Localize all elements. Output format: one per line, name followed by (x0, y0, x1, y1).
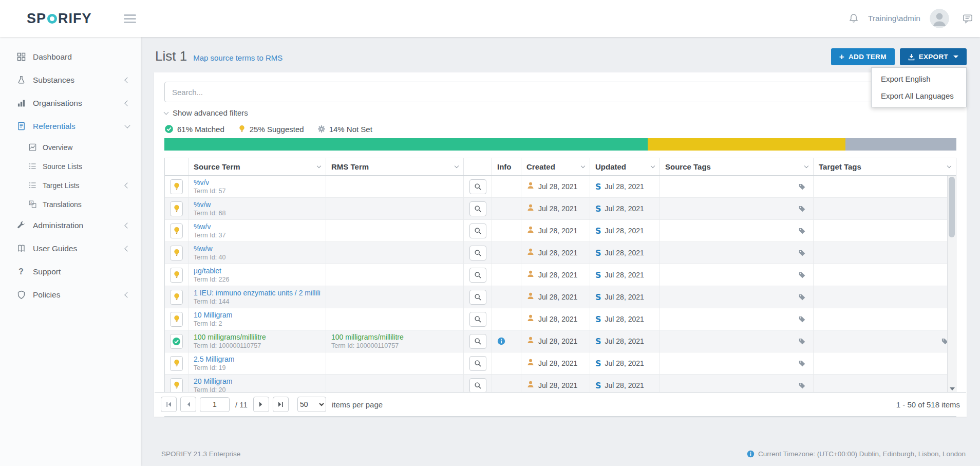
previous-page-button[interactable] (180, 397, 196, 412)
last-page-button[interactable] (273, 397, 289, 412)
export-menu-item-all-languages[interactable]: Export All Languages (872, 87, 966, 104)
source-term-link[interactable]: µg/tablet (194, 267, 221, 275)
header-rms-term[interactable]: RMS Term (326, 158, 464, 175)
row-status-button[interactable] (170, 246, 183, 260)
source-term-link[interactable]: 2.5 Milligram (194, 355, 234, 363)
info-icon[interactable] (497, 337, 505, 345)
avatar[interactable] (930, 9, 949, 28)
header-target-tags[interactable]: Target Tags (814, 158, 956, 175)
sidebar-item-label: Administration (33, 221, 125, 230)
column-menu-icon[interactable] (581, 164, 585, 168)
chevron-down-icon (164, 109, 169, 115)
header-source-tags[interactable]: Source Tags (660, 158, 814, 175)
content-card: Show advanced filters 61% Matched 25% Su… (154, 72, 967, 417)
sidebar-item-substances[interactable]: Substances (0, 68, 141, 91)
column-menu-icon[interactable] (317, 164, 321, 168)
inspect-term-button[interactable] (469, 201, 486, 216)
source-tag-icon[interactable] (798, 293, 806, 301)
column-menu-icon[interactable] (455, 164, 459, 168)
column-menu-icon[interactable] (947, 164, 951, 168)
scrollbar-down-arrow-icon[interactable] (950, 387, 955, 390)
row-status-button[interactable] (170, 378, 183, 393)
source-term-link[interactable]: 20 Milligram (194, 377, 232, 385)
chat-icon[interactable] (963, 13, 973, 24)
source-tag-icon[interactable] (798, 360, 806, 367)
inspect-term-button[interactable] (469, 223, 486, 238)
scrollbar-thumb[interactable] (949, 177, 955, 237)
created-cell: Jul 28, 2021 (521, 330, 590, 352)
sidebar-item-overview[interactable]: Overview (0, 138, 141, 157)
rms-term-link[interactable]: 100 milligrams/millilitre (331, 333, 404, 341)
rms-term-cell (326, 308, 464, 330)
source-term-link[interactable]: %w/v (194, 222, 211, 231)
timezone-info-icon (747, 450, 755, 458)
app-logo[interactable]: SPRIFY (27, 11, 92, 27)
sidebar-item-support[interactable]: ? Support (0, 260, 141, 283)
source-term-link[interactable]: %w/w (194, 245, 213, 253)
inspect-term-button[interactable] (469, 268, 486, 283)
header-source-term[interactable]: Source Term (189, 158, 326, 175)
column-menu-icon[interactable] (804, 164, 808, 168)
first-page-button[interactable] (161, 397, 177, 412)
inspect-term-button[interactable] (469, 179, 486, 194)
sidebar-item-administration[interactable]: Administration (0, 214, 141, 237)
header-updated[interactable]: Updated (590, 158, 660, 175)
source-term-link[interactable]: 100 milligrams/millilitre (194, 333, 266, 341)
row-status-button[interactable] (170, 179, 183, 194)
search-input[interactable] (164, 82, 956, 102)
source-tag-icon[interactable] (798, 338, 806, 345)
row-status-button[interactable] (170, 356, 183, 371)
source-tag-icon[interactable] (798, 227, 806, 235)
advanced-filters-toggle[interactable]: Show advanced filters (164, 108, 248, 117)
header-info[interactable]: Info (492, 158, 521, 175)
source-tag-icon[interactable] (798, 271, 806, 279)
sidebar-item-user-guides[interactable]: User Guides (0, 237, 141, 260)
source-tag-icon[interactable] (798, 205, 806, 213)
row-status-button[interactable] (170, 223, 183, 238)
sidebar-item-policies[interactable]: Policies (0, 283, 141, 306)
sidebar-item-referentials[interactable]: Referentials (0, 115, 141, 138)
table-row: 1 IEU: immuno enzymatic units / 2 millil… (165, 286, 956, 308)
add-term-button[interactable]: + ADD TERM (831, 48, 895, 65)
source-tag-icon[interactable] (798, 249, 806, 257)
sidebar-item-translations[interactable]: A Translations (0, 195, 141, 214)
sidebar-item-source-lists[interactable]: Source Lists (0, 157, 141, 176)
source-term-link[interactable]: 10 Milligram (194, 311, 232, 319)
export-menu-item-english[interactable]: Export English (872, 70, 966, 87)
user-menu[interactable]: Training\admin (868, 14, 920, 23)
source-term-link[interactable]: %v/w (194, 200, 211, 209)
row-status-button[interactable] (170, 268, 183, 283)
inspect-term-button[interactable] (469, 312, 486, 327)
gear-icon (317, 125, 326, 133)
inspect-term-button[interactable] (469, 290, 486, 305)
export-button[interactable]: EXPORT (900, 48, 967, 65)
notifications-bell-icon[interactable] (849, 13, 859, 24)
row-status-cell (165, 286, 189, 308)
source-term-link[interactable]: %v/v (194, 178, 209, 187)
column-menu-icon[interactable] (651, 164, 655, 168)
sidebar-item-organisations[interactable]: Organisations (0, 91, 141, 115)
page-number-input[interactable] (200, 397, 230, 412)
row-status-button[interactable] (170, 334, 183, 349)
row-status-button[interactable] (170, 312, 183, 327)
source-tag-icon[interactable] (798, 315, 806, 323)
source-term-link[interactable]: 1 IEU: immuno enzymatic units / 2 millil… (194, 289, 321, 297)
magnifier-icon (474, 338, 482, 345)
table-scrollbar[interactable] (947, 176, 956, 392)
header-created[interactable]: Created (521, 158, 590, 175)
inspect-term-button[interactable] (469, 378, 486, 393)
inspect-term-button[interactable] (469, 356, 486, 371)
next-page-button[interactable] (253, 397, 269, 412)
row-status-button[interactable] (170, 201, 183, 216)
inspect-cell (464, 352, 492, 374)
inspect-term-button[interactable] (469, 334, 486, 349)
sidebar-toggle-icon[interactable] (124, 12, 136, 25)
sidebar-item-target-lists[interactable]: Target Lists (0, 176, 141, 195)
updated-date: Jul 28, 2021 (605, 271, 644, 279)
inspect-term-button[interactable] (469, 246, 486, 260)
source-tag-icon[interactable] (798, 382, 806, 389)
sidebar-item-dashboard[interactable]: Dashboard (0, 45, 141, 68)
source-tag-icon[interactable] (798, 183, 806, 191)
page-size-select[interactable]: 50 (297, 397, 326, 412)
row-status-button[interactable] (170, 290, 183, 305)
